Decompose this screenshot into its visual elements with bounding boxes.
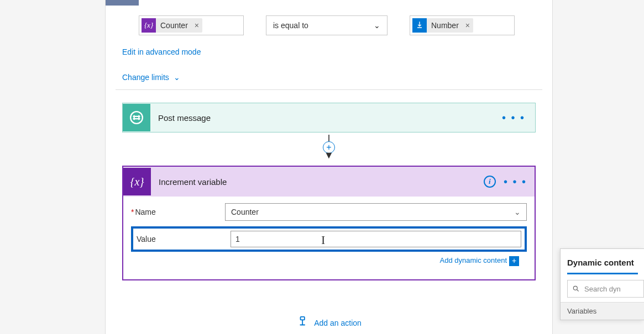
- token-counter[interactable]: {x} Counter ×: [142, 18, 202, 33]
- svg-point-2: [573, 286, 577, 290]
- hashtag-icon: [123, 104, 150, 131]
- remove-token-icon[interactable]: ×: [462, 21, 473, 30]
- search-icon: [572, 285, 580, 293]
- text-cursor-icon: I: [321, 233, 325, 247]
- value-field-row: Value I: [131, 226, 527, 252]
- card-title: Increment variable: [159, 177, 227, 187]
- card-title: Post message: [158, 113, 211, 123]
- connector: + ▼: [323, 135, 335, 158]
- condition-right-operand[interactable]: Number ×: [410, 15, 515, 35]
- add-action-label: Add an action: [314, 319, 362, 327]
- condition-left-operand[interactable]: {x} Counter ×: [139, 15, 244, 35]
- number-icon: [412, 18, 427, 33]
- condition-operator-select[interactable]: is equal to ⌄: [266, 15, 388, 35]
- info-icon[interactable]: i: [484, 176, 496, 188]
- variable-icon: {x}: [123, 168, 151, 195]
- collapsed-card-tab[interactable]: [106, 0, 139, 6]
- variable-icon: {x}: [142, 18, 156, 33]
- post-message-card[interactable]: Post message • • •: [122, 103, 536, 132]
- edit-advanced-mode-link[interactable]: Edit in advanced mode: [122, 47, 201, 56]
- add-action-button[interactable]: Add an action: [296, 316, 362, 330]
- variables-section-header: Variables: [561, 302, 644, 320]
- chevron-down-icon: ⌄: [374, 21, 380, 30]
- more-menu-icon[interactable]: • • •: [502, 112, 525, 124]
- change-limits-link[interactable]: Change limits ⌄: [122, 73, 180, 82]
- chevron-down-icon: ⌄: [514, 208, 521, 216]
- dynamic-search-input[interactable]: Search dyn: [567, 280, 644, 298]
- add-action-icon: [296, 316, 308, 330]
- dynamic-content-panel: Dynamic content Search dyn Variables: [560, 248, 644, 320]
- remove-token-icon[interactable]: ×: [191, 21, 202, 30]
- value-input[interactable]: [231, 231, 521, 247]
- token-number[interactable]: Number ×: [412, 18, 473, 33]
- value-label: Value: [133, 235, 231, 243]
- plus-icon: +: [509, 256, 519, 266]
- name-label: *Name: [131, 208, 225, 216]
- add-dynamic-content-link[interactable]: Add dynamic content+: [440, 256, 519, 264]
- name-field-row: *Name Counter ⌄: [131, 203, 527, 221]
- more-menu-icon[interactable]: • • •: [504, 176, 527, 188]
- svg-point-0: [130, 112, 143, 124]
- increment-variable-card: {x} Increment variable i • • • *Name Cou…: [122, 166, 536, 280]
- token-label: Counter: [156, 21, 191, 30]
- svg-rect-1: [301, 317, 305, 320]
- active-tab-indicator: [567, 273, 638, 274]
- condition-row: {x} Counter × is equal to ⌄ Number ×: [139, 15, 515, 35]
- name-select[interactable]: Counter ⌄: [225, 203, 527, 221]
- divider: [116, 89, 542, 90]
- chevron-down-icon: ⌄: [174, 73, 180, 82]
- change-limits-label: Change limits: [122, 73, 169, 82]
- operator-label: is equal to: [273, 21, 308, 30]
- arrow-down-icon: ▼: [324, 152, 334, 158]
- dynamic-content-header: Dynamic content: [561, 249, 644, 273]
- token-label: Number: [427, 21, 462, 30]
- card-header[interactable]: {x} Increment variable i • • •: [123, 167, 535, 197]
- search-placeholder: Search dyn: [584, 285, 621, 293]
- name-value: Counter: [231, 208, 259, 216]
